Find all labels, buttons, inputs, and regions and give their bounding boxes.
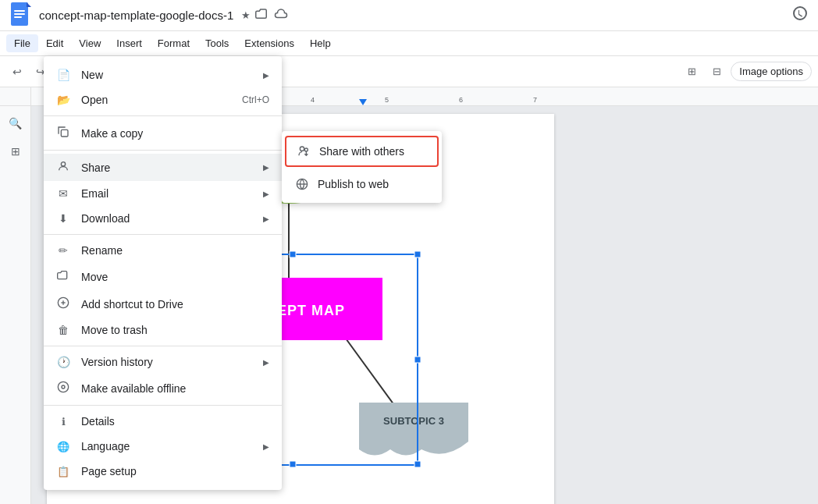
menu-download[interactable]: ⬇ Download ▶ [44,206,282,231]
move-icon [56,269,70,284]
history-icon[interactable] [790,4,809,27]
grid-btn2[interactable]: ⊟ [706,61,727,83]
grid-btn1[interactable]: ⊞ [681,61,702,83]
trash-icon: 🗑 [56,324,70,336]
email-icon: ✉ [56,187,70,200]
menu-details[interactable]: ℹ Details [44,409,282,434]
menu-make-copy[interactable]: Make a copy [44,119,282,147]
svg-rect-3 [14,13,25,15]
move-label: Move [81,271,108,283]
menu-language[interactable]: 🌐 Language ▶ [44,434,282,459]
svg-rect-2 [14,10,25,12]
offline-icon [56,381,70,396]
rename-icon: ✏ [56,244,70,257]
details-label: Details [81,415,115,428]
share-with-others-label: Share with others [319,145,404,158]
share-submenu: Share with others Publish to web [282,131,442,203]
copy-label: Make a copy [81,127,143,140]
file-menu-dropdown: 📄 New ▶ 📂 Open Ctrl+O Make a copy Share … [44,56,282,490]
menu-open[interactable]: 📂 Open Ctrl+O [44,87,282,112]
shortcut-icon [56,296,70,311]
menu-file[interactable]: File [6,34,38,52]
share-arrow: ▶ [263,163,269,172]
menu-rename[interactable]: ✏ Rename [44,238,282,263]
menu-email[interactable]: ✉ Email ▶ [44,181,282,206]
sidebar-grid-btn[interactable]: ⊞ [5,140,27,162]
language-label: Language [81,440,252,453]
copy-icon [56,126,70,140]
svg-point-32 [62,385,65,389]
email-arrow: ▶ [263,190,269,198]
menu-move[interactable]: Move [44,263,282,290]
svg-rect-19 [290,251,296,257]
version-label: Version history [81,356,252,368]
menu-format[interactable]: Format [150,34,197,52]
share-icon [56,160,70,175]
menu-add-shortcut[interactable]: Add shortcut to Drive [44,290,282,318]
menu-edit[interactable]: Edit [38,34,71,52]
trash-label: Move to trash [81,324,148,336]
svg-text:SUBTOPIC 3: SUBTOPIC 3 [383,415,444,427]
open-icon: 📂 [56,94,70,106]
svg-rect-4 [14,16,22,18]
cloud-icon [274,7,288,23]
menu-version-history[interactable]: 🕐 Version history ▶ [44,350,282,374]
svg-rect-26 [61,130,68,137]
menu-help[interactable]: Help [302,34,339,52]
share-label: Share [81,161,252,174]
email-label: Email [81,187,252,200]
version-arrow: ▶ [263,358,269,367]
doc-icon [9,2,31,29]
new-label: New [81,69,252,81]
publish-icon [294,176,310,192]
open-label: Open [81,94,231,106]
download-icon: ⬇ [56,212,70,225]
menu-move-trash[interactable]: 🗑 Move to trash [44,318,282,343]
svg-rect-20 [414,251,421,257]
svg-rect-22 [414,357,421,363]
svg-point-34 [304,148,308,151]
shortcut-label: Add shortcut to Drive [81,298,183,311]
image-options-btn[interactable]: Image options [731,62,812,81]
menu-page-setup[interactable]: 📋 Page setup [44,459,282,484]
menu-share[interactable]: Share ▶ [44,154,282,181]
folder-icon[interactable] [255,7,269,23]
star-icon[interactable]: ★ [241,9,251,21]
undo-btn[interactable]: ↩ [6,61,28,83]
new-arrow: ▶ [263,71,269,80]
menu-insert[interactable]: Insert [108,34,150,52]
svg-point-27 [61,162,65,166]
new-icon: 📄 [56,69,70,81]
publish-to-web-item[interactable]: Publish to web [282,169,442,200]
publish-label: Publish to web [318,178,389,190]
download-label: Download [81,212,252,225]
share-others-icon [296,144,311,159]
language-arrow: ▶ [263,442,269,451]
menu-tools[interactable]: Tools [197,34,237,52]
sidebar-search-btn[interactable]: 🔍 [5,112,27,134]
page-setup-icon: 📋 [56,466,70,477]
svg-point-33 [300,147,304,151]
menu-extensions[interactable]: Extensions [237,34,302,52]
details-icon: ℹ [56,416,70,428]
svg-rect-24 [290,461,296,467]
menu-view[interactable]: View [71,34,108,52]
svg-rect-25 [414,461,421,467]
rename-label: Rename [81,244,123,257]
share-with-others-item[interactable]: Share with others [285,136,439,167]
menu-new[interactable]: 📄 New ▶ [44,62,282,87]
offline-label: Make available offline [81,382,186,395]
open-shortcut: Ctrl+O [242,94,269,105]
language-icon: 🌐 [56,441,70,453]
download-arrow: ▶ [263,215,269,223]
page-setup-label: Page setup [81,465,137,477]
version-icon: 🕐 [56,356,70,368]
svg-point-31 [58,382,68,392]
doc-title: concept-map-template-google-docs-1 [39,9,233,22]
menu-offline[interactable]: Make available offline [44,374,282,402]
